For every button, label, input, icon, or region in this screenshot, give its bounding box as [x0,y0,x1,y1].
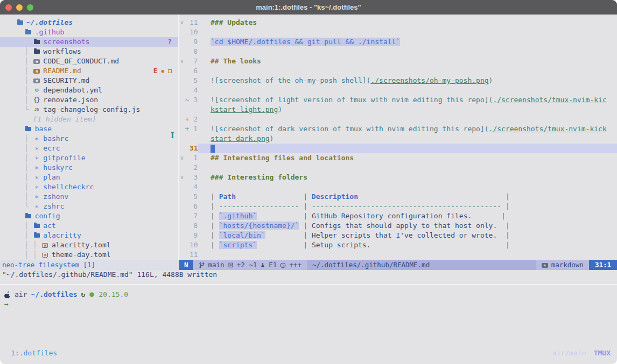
tree-item-zshenv[interactable]: │ *zshenv [0,192,178,202]
tree-item-plan[interactable]: │ *plan [0,173,178,182]
fold-marker-icon[interactable] [179,163,185,173]
neotree-sidebar[interactable]: I ~/.dotfiles .github screenshots? │ wor… [0,15,178,260]
line-text[interactable]: | Path | Description | [198,192,617,202]
tree-item-dependabot.yml[interactable]: │ ⚙dependabot.yml [0,85,178,95]
zoom-button[interactable] [27,4,33,11]
editor-line[interactable]: 5![screenshot of the oh-my-posh shell](.… [179,76,617,85]
line-text[interactable] [198,163,617,173]
tmux-window-label[interactable]: 1:.dotfiles [11,349,57,357]
editor-line[interactable]: 10| `scripts` | Setup scripts. | [179,240,617,250]
fold-marker-icon[interactable] [179,240,185,250]
tree-item-act[interactable]: │ act [0,221,178,231]
tree-item-shellcheckrc[interactable]: │ *shellcheckrc [0,182,178,192]
line-text[interactable] [198,250,617,260]
tree-item-theme-day.toml[interactable]: │ │ Mtheme-day.toml [0,250,178,260]
tree-item-workflows[interactable]: │ workflows [0,47,178,56]
prompt-arrow[interactable]: → [4,299,617,309]
fold-marker-icon[interactable] [179,182,185,192]
fold-marker-icon[interactable] [179,27,185,37]
editor-line[interactable]: 31 [179,144,617,153]
editor-line[interactable]: v3### Interesting folders [179,173,617,182]
line-text[interactable]: ![screenshot of light version of tmux wi… [198,95,617,105]
line-text[interactable]: | `.github` | GitHub Repository configur… [198,211,617,221]
line-text[interactable]: `cd $HOME/.dotfiles && git pull && ./ins… [198,37,617,47]
tree-item-alacritty.toml[interactable]: │ │ Malacritty.toml [0,240,178,250]
fold-marker-icon[interactable] [179,115,185,124]
fold-marker-icon[interactable]: v [179,173,185,182]
editor-line[interactable]: kstart-light.png) [179,105,617,115]
tree-item-code-of-conduct.md[interactable]: │ MCODE_OF_CONDUCT.md [0,56,178,66]
fold-marker-icon[interactable] [179,66,185,76]
fold-marker-icon[interactable] [179,221,185,231]
line-text[interactable]: | `hosts/{hostname}/` | Configs that sho… [198,221,617,231]
editor-line[interactable]: ~3![screenshot of light version of tmux … [179,95,617,105]
line-text[interactable]: kstart-light.png) [198,105,617,115]
line-text[interactable] [198,182,617,192]
tree-item-renovate.json[interactable]: │ {}renovate.json [0,95,178,105]
line-text[interactable] [198,27,617,37]
tree-item--.dotfiles[interactable]: ~/.dotfiles [0,18,178,27]
line-text[interactable]: start-dark.png) [198,134,617,144]
minimize-button[interactable] [16,4,23,11]
tree-item-huskyrc[interactable]: │ *huskyrc [0,163,178,173]
fold-marker-icon[interactable] [179,134,185,144]
line-text[interactable]: | `scripts` | Setup scripts. | [198,240,617,250]
tree-item-security.md[interactable]: │ MSECURITY.md [0,76,178,85]
tree-item-alacritty[interactable]: │ alacritty [0,231,178,240]
editor-line[interactable]: v7## The looks [179,56,617,66]
editor-line[interactable]: 9| `local/bin` | Helper scripts that I'v… [179,231,617,240]
editor-line[interactable]: +1![screenshot of dark version of tmux w… [179,124,617,134]
editor-line[interactable]: 8| `hosts/{hostname}/` | Configs that sh… [179,221,617,231]
fold-marker-icon[interactable] [179,37,185,47]
tree-item-zshrc[interactable]: └ *zshrc [0,202,178,211]
shell-area[interactable]: air ~/.dotfiles ↻ 20.15.0 → [0,280,617,347]
line-text[interactable] [198,115,617,124]
editor-line[interactable]: 4 [179,182,617,192]
line-text[interactable]: ## The looks [198,56,617,66]
line-text[interactable] [198,144,617,153]
line-text[interactable] [198,85,617,95]
editor-line[interactable]: 9`cd $HOME/.dotfiles && git pull && ./in… [179,37,617,47]
line-text[interactable] [198,47,617,56]
editor-line[interactable]: 6| ------------------- | ---------------… [179,202,617,211]
line-text[interactable]: ## Interesting files and locations [198,153,617,163]
fold-marker-icon[interactable] [179,211,185,221]
editor-line[interactable]: 7| `.github` | GitHub Repository configu… [179,211,617,221]
line-text[interactable]: ![screenshot of the oh-my-posh shell](./… [198,76,617,85]
tree-item-config[interactable]: config [0,211,178,221]
tree-item-bashrc[interactable]: │ *bashrc [0,134,178,144]
line-text[interactable]: ### Updates [198,18,617,27]
editor-line[interactable]: 6 [179,66,617,76]
tree-item-gitprofile[interactable]: │ *gitprofile [0,153,178,163]
editor-line[interactable]: +2 [179,115,617,124]
close-button[interactable] [5,4,12,11]
editor-buffer[interactable]: v11### Updates109`cd $HOME/.dotfiles && … [179,15,617,260]
fold-marker-icon[interactable] [179,202,185,211]
fold-marker-icon[interactable] [179,144,185,153]
editor-line[interactable]: 2 [179,163,617,173]
fold-marker-icon[interactable] [179,192,185,202]
tree-item-tag-changelog-config.js[interactable]: └ JStag-changelog-config.js [0,105,178,115]
fold-marker-icon[interactable] [179,105,185,115]
tree-item-base[interactable]: base [0,124,178,134]
fold-marker-icon[interactable] [179,124,185,134]
editor-line[interactable]: 5| Path | Description | [179,192,617,202]
fold-marker-icon[interactable]: v [179,153,185,163]
fold-marker-icon[interactable]: v [179,56,185,66]
editor-line[interactable]: 11 [179,250,617,260]
editor-line[interactable]: 8 [179,47,617,56]
editor-line[interactable]: v11### Updates [179,18,617,27]
tree-item-ecrc[interactable]: │ *ecrc [0,144,178,153]
fold-marker-icon[interactable] [179,250,185,260]
tree-item-.github[interactable]: .github [0,27,178,37]
fold-marker-icon[interactable] [179,47,185,56]
editor-line[interactable]: 4 [179,85,617,95]
editor-line[interactable]: start-dark.png) [179,134,617,144]
fold-marker-icon[interactable] [179,85,185,95]
fold-marker-icon[interactable]: v [179,18,185,27]
tree-item-readme.md[interactable]: │ MREADME.mdE● [0,66,178,76]
line-text[interactable]: | `local/bin` | Helper scripts that I've… [198,231,617,240]
editor-line[interactable]: v1## Interesting files and locations [179,153,617,163]
line-text[interactable]: | ------------------- | ----------------… [198,202,617,211]
fold-marker-icon[interactable] [179,76,185,85]
